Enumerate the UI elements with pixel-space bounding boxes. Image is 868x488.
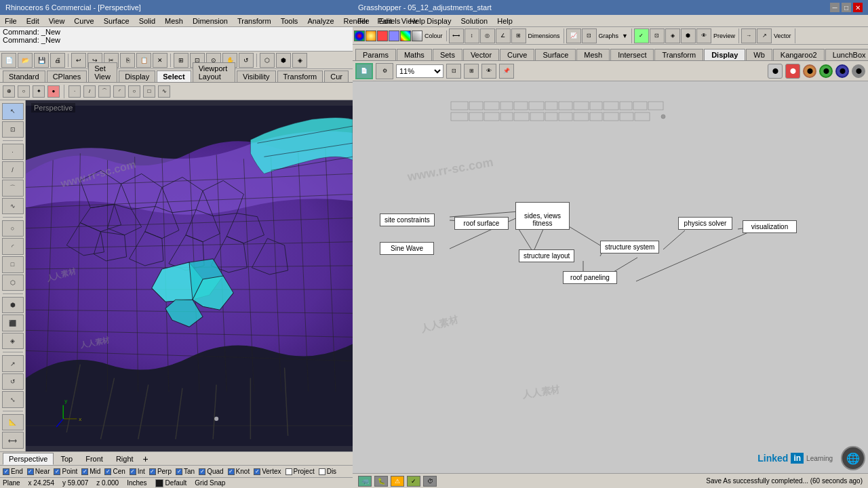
snap-cen[interactable]: Cen — [104, 468, 125, 475]
snap-quad-cb[interactable] — [199, 468, 205, 475]
minimize-button[interactable]: ─ — [830, 3, 840, 12]
vector-btn-2[interactable]: ↗ — [757, 28, 772, 43]
snap-project[interactable]: Project — [285, 468, 315, 475]
gh-sphere-btn-2[interactable]: ⬤ — [785, 64, 800, 79]
gh-canvas[interactable]: site constraints Sine Wave roof surface … — [353, 81, 868, 473]
add-viewport-btn[interactable]: + — [140, 453, 151, 464]
gh-menu-display[interactable]: Display — [425, 17, 453, 25]
gh-rhino-icon[interactable]: 🦏 — [358, 476, 372, 487]
gh-timer-icon[interactable]: ⏱ — [423, 476, 437, 487]
gumball-btn[interactable]: ✦ — [33, 85, 45, 98]
snap-int[interactable]: Int — [130, 468, 145, 475]
snap-end-cb[interactable] — [3, 468, 9, 475]
gh-sphere-btn-1[interactable]: ⬤ — [768, 64, 783, 79]
polyline-btn[interactable]: ⌒ — [98, 85, 111, 98]
dim-btn-5[interactable]: ⊞ — [511, 28, 526, 43]
menu-tools[interactable]: Tools — [279, 17, 300, 25]
menu-surface[interactable]: Surface — [102, 17, 132, 25]
menu-render[interactable]: Render — [342, 17, 370, 25]
grid-toggle-btn[interactable]: ⊞ — [464, 64, 479, 79]
gh-tab-display[interactable]: Display — [704, 49, 745, 60]
dim-btn-3[interactable]: ◎ — [480, 28, 495, 43]
gh-tab-surface[interactable]: Surface — [535, 49, 576, 60]
curve-tool[interactable]: ∿ — [2, 198, 24, 215]
shade-btn[interactable]: ⬢ — [276, 53, 291, 68]
pt-btn[interactable]: · — [68, 85, 81, 98]
snap-knot[interactable]: Knot — [228, 468, 250, 475]
node-roof-surface[interactable]: roof surface — [454, 217, 509, 230]
select-window-tool[interactable]: ⊡ — [2, 121, 24, 138]
gh-sphere-btn-3[interactable]: ⬤ — [803, 64, 816, 78]
snap-mid[interactable]: Mid — [81, 468, 100, 475]
menu-panels[interactable]: Panels — [376, 17, 403, 25]
tab-display[interactable]: Display — [119, 70, 155, 82]
color-swatch-2[interactable] — [366, 30, 376, 41]
preview-btn-1[interactable]: ✓ — [634, 28, 649, 43]
rotate-tool[interactable]: ↺ — [2, 373, 24, 390]
preview-btn-3[interactable]: ◈ — [665, 28, 680, 43]
snap-quad[interactable]: Quad — [199, 468, 223, 475]
undo-btn[interactable]: ↩ — [71, 53, 86, 68]
menu-curve[interactable]: Curve — [72, 17, 96, 25]
polyline-tool[interactable]: ⌒ — [2, 180, 24, 197]
surface-tool[interactable]: ⬢ — [2, 297, 24, 314]
menu-help[interactable]: Help — [408, 17, 427, 25]
dim-btn-1[interactable]: ⟷ — [449, 28, 464, 43]
save-btn[interactable]: 💾 — [34, 53, 49, 68]
wire-btn[interactable]: ⬡ — [260, 53, 275, 68]
snap-point[interactable]: Point — [54, 468, 77, 475]
snap-tan[interactable]: Tan — [176, 468, 195, 475]
eye-btn[interactable]: 👁 — [481, 64, 496, 79]
mesh-tool[interactable]: ◈ — [2, 333, 24, 350]
render-preview-btn[interactable]: ◈ — [292, 53, 307, 68]
analyze-tool[interactable]: 📐 — [2, 414, 24, 431]
tab-select[interactable]: Select — [157, 70, 191, 82]
color-swatch-4[interactable] — [389, 30, 399, 41]
snap-vertex-cb[interactable] — [254, 468, 260, 475]
snap-point-cb[interactable] — [54, 468, 60, 475]
dim-btn-2[interactable]: ↕ — [465, 28, 479, 43]
vp-tab-perspective[interactable]: Perspective — [3, 453, 54, 465]
snap-dis-cb[interactable] — [319, 468, 326, 475]
rect-tool[interactable]: □ — [2, 256, 24, 273]
gh-tab-curve[interactable]: Curve — [500, 49, 534, 60]
snap-mid-cb[interactable] — [81, 468, 88, 475]
menu-edit[interactable]: Edit — [24, 17, 41, 25]
freeform-btn[interactable]: ∿ — [158, 85, 170, 98]
snap-cen-cb[interactable] — [104, 468, 111, 475]
node-structure-system[interactable]: structure system — [600, 241, 659, 253]
zoom-select[interactable]: 11% 25% 50% 100% 150% 200% — [396, 64, 443, 78]
preview-btn-5[interactable]: 👁 — [696, 28, 711, 43]
gh-tab-transform[interactable]: Transform — [654, 49, 703, 60]
menu-dimension[interactable]: Dimension — [191, 17, 230, 25]
select-tool[interactable]: ↖ — [2, 103, 24, 120]
gh-sphere-btn-6[interactable]: ⬤ — [852, 64, 865, 78]
gh-tab-mesh[interactable]: Mesh — [576, 49, 610, 60]
node-structure-layout[interactable]: structure layout — [519, 249, 574, 262]
snap-dis[interactable]: Dis — [319, 468, 336, 475]
tab-visibility[interactable]: Visibility — [237, 70, 276, 82]
color-swatch-6[interactable] — [412, 30, 422, 41]
graph-btn-2[interactable]: ⊡ — [582, 28, 597, 43]
gh-bug-icon[interactable]: 🐛 — [374, 476, 388, 487]
snap-perp-cb[interactable] — [149, 468, 156, 475]
pin-btn[interactable]: 📌 — [499, 64, 514, 79]
osnap-btn[interactable]: ○ — [18, 85, 30, 98]
line-btn[interactable]: / — [83, 85, 96, 98]
circle-btn[interactable]: ○ — [128, 85, 140, 98]
snap-vertex[interactable]: Vertex — [254, 468, 281, 475]
gh-tab-vector[interactable]: Vector — [463, 49, 499, 60]
node-physics-solver[interactable]: physics solver — [678, 217, 732, 230]
snap-project-cb[interactable] — [285, 468, 292, 475]
copy-btn[interactable]: ⎘ — [120, 53, 135, 68]
preview-btn-2[interactable]: ⊡ — [650, 28, 665, 43]
tab-viewport-layout[interactable]: Viewport Layout — [193, 62, 235, 82]
rect-btn[interactable]: □ — [143, 85, 155, 98]
gh-check-icon[interactable]: ✓ — [407, 476, 420, 487]
node-site-constraints[interactable]: site constraints — [380, 214, 435, 226]
menu-solid[interactable]: Solid — [137, 17, 157, 25]
snap-tan-cb[interactable] — [176, 468, 182, 475]
vp-tab-right[interactable]: Right — [110, 453, 140, 465]
gh-doc-icon[interactable]: 📄 — [355, 63, 373, 79]
maximize-button[interactable]: □ — [842, 3, 851, 12]
